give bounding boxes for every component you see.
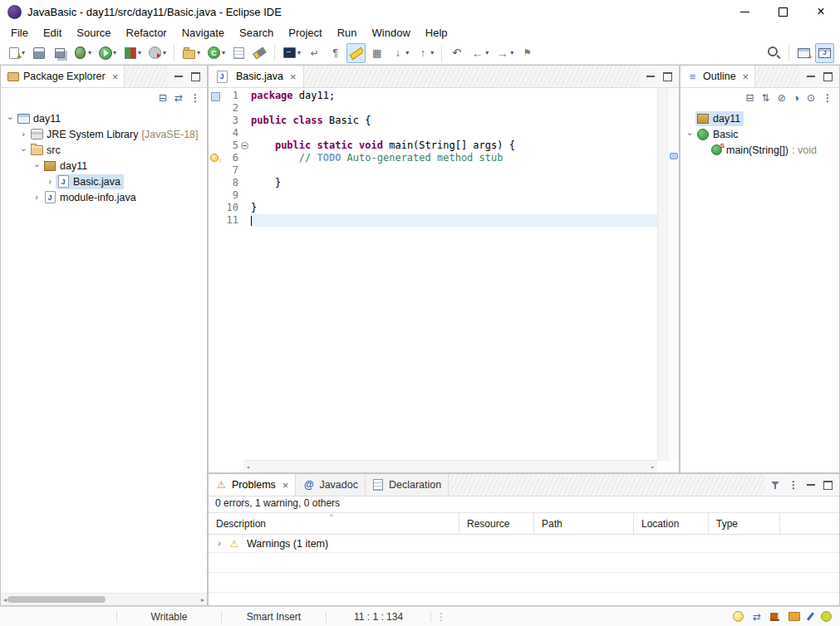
code-line-2[interactable]: 2	[209, 102, 658, 115]
collapse-arrow-icon[interactable]: ›	[6, 113, 15, 125]
minimize-view-icon[interactable]	[807, 76, 815, 77]
tab-problems[interactable]: Problems×	[209, 474, 296, 496]
word-wrap-button[interactable]	[305, 43, 324, 63]
close-icon[interactable]: ×	[112, 71, 119, 83]
outline-item-main-string[interactable]: main(String[]): void	[680, 142, 839, 158]
new-java-class-button[interactable]: ▾	[204, 43, 228, 63]
whats-new-icon[interactable]	[770, 613, 779, 621]
pin-editor-button[interactable]	[518, 43, 537, 63]
code-line-5[interactable]: 5 public static void main(String[] args)…	[209, 139, 658, 152]
collapse-all-icon[interactable]: ⊟	[159, 93, 167, 103]
menu-source[interactable]: Source	[69, 25, 118, 41]
new-wizard-button[interactable]: ▾	[4, 43, 27, 63]
menu-edit[interactable]: Edit	[36, 25, 69, 41]
code-line-10[interactable]: 10}	[209, 202, 658, 214]
column-header-description[interactable]: Description	[209, 513, 459, 534]
project-item-jre-system-library[interactable]: ›JRE System Library[JavaSE-18]	[1, 126, 207, 142]
editor-tab-basic-java[interactable]: Basic.java ×	[209, 66, 304, 87]
tips-folder-icon[interactable]	[788, 612, 800, 621]
profile-button[interactable]: ▾	[145, 43, 169, 63]
hide-non-public-icon[interactable]: ⊙	[807, 93, 815, 103]
project-item-day11[interactable]: ›day11	[1, 158, 207, 174]
horizontal-scrollbar[interactable]: ◂ ▸	[1, 593, 207, 605]
quickfix-warning-icon[interactable]	[210, 154, 220, 164]
horizontal-scrollbar[interactable]: ◂ ▸	[243, 460, 657, 472]
close-button[interactable]: ×	[802, 0, 840, 23]
back-button[interactable]: ▾	[468, 43, 491, 63]
collapse-arrow-icon[interactable]: ›	[32, 160, 42, 172]
view-menu-icon[interactable]: ⋮	[190, 93, 200, 103]
scroll-right-icon[interactable]: ▸	[201, 596, 204, 604]
feedback-icon[interactable]	[821, 611, 832, 622]
coverage-button[interactable]: ▾	[120, 43, 144, 63]
outline-item-day11[interactable]: day11	[680, 110, 839, 126]
open-task-button[interactable]	[229, 43, 248, 63]
save-button[interactable]	[29, 43, 48, 63]
collapse-arrow-icon[interactable]: ›	[685, 129, 695, 140]
expand-arrow-icon[interactable]: ›	[44, 177, 56, 186]
collapse-all-icon[interactable]: ⊟	[746, 93, 754, 103]
code-line-11[interactable]: 11	[209, 214, 658, 227]
maximize-button[interactable]	[764, 0, 802, 23]
link-with-editor-icon[interactable]: ⇄	[174, 93, 183, 103]
search-button[interactable]	[764, 43, 784, 63]
maximize-view-icon[interactable]	[823, 481, 833, 490]
maximize-view-icon[interactable]	[823, 72, 833, 81]
menu-file[interactable]: File	[3, 25, 36, 41]
scroll-left-icon[interactable]: ◂	[3, 596, 7, 604]
tab-outline[interactable]: Outline ×	[680, 66, 755, 87]
forward-button[interactable]: ▾	[493, 43, 516, 63]
maximize-view-icon[interactable]	[663, 72, 672, 81]
column-header-resource[interactable]: Resource	[459, 513, 534, 534]
java-perspective-button[interactable]	[815, 43, 834, 63]
expand-arrow-icon[interactable]: ›	[214, 539, 225, 548]
column-header-type[interactable]: Type	[709, 513, 780, 534]
menu-window[interactable]: Window	[365, 25, 418, 41]
scroll-right-icon[interactable]: ▸	[651, 463, 655, 471]
code-line-9[interactable]: 9	[209, 189, 658, 202]
code-line-8[interactable]: 8 }	[209, 177, 658, 189]
collapse-fold-icon[interactable]	[241, 142, 248, 149]
hide-fields-icon[interactable]: ⊘	[778, 93, 786, 103]
column-header-path[interactable]: Path	[534, 513, 634, 534]
project-item-src[interactable]: ›src	[1, 142, 207, 158]
mark-occurrences-button[interactable]	[346, 43, 366, 63]
view-menu-icon[interactable]: ⋮	[823, 93, 833, 103]
sync-status-icon[interactable]: ⇄	[753, 612, 761, 622]
menu-run[interactable]: Run	[330, 25, 365, 41]
new-java-project-button[interactable]: ▾	[179, 43, 203, 63]
minimize-button[interactable]	[725, 0, 764, 23]
menu-search[interactable]: Search	[232, 25, 281, 41]
warning-overview-marker[interactable]	[670, 153, 678, 159]
run-button[interactable]: ▾	[96, 43, 119, 63]
code-line-1[interactable]: 1package day11;	[209, 90, 658, 102]
tab-package-explorer[interactable]: Package Explorer ×	[1, 66, 125, 87]
code-line-4[interactable]: 4	[209, 127, 658, 139]
menu-project[interactable]: Project	[281, 25, 329, 41]
last-edit-location-button[interactable]	[447, 43, 466, 63]
show-whitespace-button[interactable]	[326, 43, 345, 63]
minimize-view-icon[interactable]	[646, 76, 655, 77]
outline-item-basic[interactable]: ›Basic	[680, 126, 839, 142]
column-header-location[interactable]: Location	[634, 513, 709, 534]
debug-button[interactable]: ▾	[71, 43, 94, 63]
collapse-arrow-icon[interactable]: ›	[19, 144, 28, 156]
view-menu-icon[interactable]: ⋮	[788, 479, 798, 491]
search-flashlight-button[interactable]	[250, 43, 269, 63]
tab-declaration[interactable]: Declaration	[366, 474, 449, 496]
filter-icon[interactable]	[771, 481, 780, 490]
project-item-basic-java[interactable]: ›Basic.java	[1, 174, 207, 189]
code-editor[interactable]: 1package day11;23public class Basic {45 …	[209, 88, 679, 472]
menu-navigate[interactable]: Navigate	[174, 25, 232, 41]
tab-javadoc[interactable]: Javadoc	[296, 474, 366, 496]
problems-group-row[interactable]: › Warnings (1 item)	[209, 535, 839, 553]
minimize-view-icon[interactable]	[807, 484, 815, 486]
close-icon[interactable]: ×	[282, 479, 289, 492]
expand-arrow-icon[interactable]: ›	[17, 130, 29, 139]
expand-arrow-icon[interactable]: ›	[31, 193, 42, 202]
tip-lamp-icon[interactable]	[733, 611, 744, 622]
maximize-view-icon[interactable]	[191, 72, 200, 81]
edit-mode-icon[interactable]	[807, 612, 814, 621]
previous-annotation-button[interactable]: ▾	[413, 43, 436, 63]
next-annotation-button[interactable]: ▾	[388, 43, 411, 63]
